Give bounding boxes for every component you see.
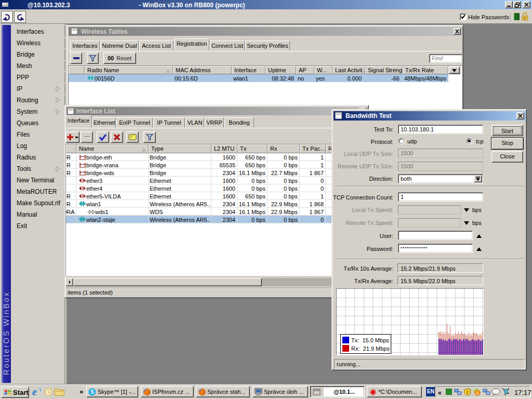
svg-text:!: !: [467, 390, 469, 395]
svg-text:S: S: [90, 389, 94, 395]
svg-text:1: 1: [476, 391, 478, 395]
svg-text:e: e: [32, 386, 37, 397]
